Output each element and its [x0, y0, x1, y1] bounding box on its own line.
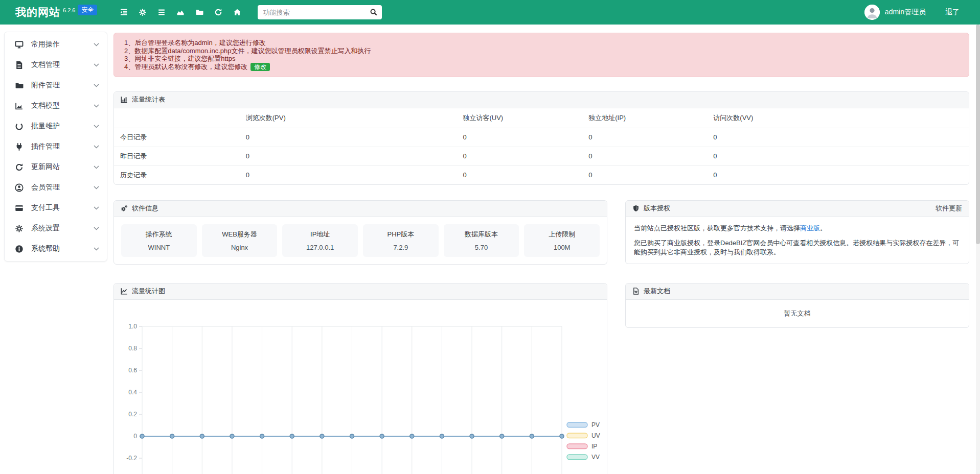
- brand[interactable]: 我的网站 6.2.6 安全: [15, 0, 97, 25]
- sidebar-item-label: 会员管理: [31, 183, 60, 192]
- file-icon: [15, 61, 24, 69]
- software-update-link[interactable]: 软件更新: [936, 204, 962, 213]
- panel-title: 最新文档: [644, 287, 670, 296]
- folder-icon[interactable]: [195, 8, 203, 16]
- svg-text:VV: VV: [591, 454, 600, 461]
- info-card-os: 操作系统 WINNT: [121, 224, 197, 257]
- chart-line-icon: [121, 288, 128, 295]
- sidebar-item-update-site[interactable]: 更新网站: [5, 157, 107, 177]
- chevron-down-icon: [94, 186, 99, 189]
- svg-text:IP: IP: [591, 443, 597, 450]
- chart-area-icon: [15, 102, 24, 110]
- user-menu[interactable]: admin管理员: [885, 8, 926, 17]
- sidebar-item-attachments[interactable]: 附件管理: [5, 75, 107, 96]
- version-label: 6.2.6: [63, 7, 75, 13]
- sidebar-item-system-settings[interactable]: 系统设置: [5, 218, 107, 239]
- sidebar: 常用操作 文档管理 附件管理 文档模型 批量维护 插件管理 更新网站 会员管理: [4, 32, 107, 262]
- svg-text:0: 0: [133, 433, 137, 440]
- sidebar-item-plugins[interactable]: 插件管理: [5, 136, 107, 157]
- sidebar-item-label: 文档模型: [31, 101, 60, 110]
- desktop-icon: [15, 40, 24, 49]
- panel-title: 流量统计表: [132, 95, 165, 104]
- empty-docs-message: 暂无文档: [626, 300, 969, 327]
- circle-notch-icon: [15, 122, 24, 131]
- chart-area-icon[interactable]: [176, 8, 185, 16]
- sidebar-item-members[interactable]: 会员管理: [5, 177, 107, 198]
- chevron-down-icon: [94, 206, 99, 210]
- svg-text:0.2: 0.2: [128, 411, 137, 418]
- sidebar-item-payment-tools[interactable]: 支付工具: [5, 198, 107, 218]
- latest-docs-panel: 最新文档 暂无文档: [625, 283, 969, 328]
- chevron-down-icon: [94, 63, 99, 67]
- sidebar-item-label: 更新网站: [31, 162, 60, 172]
- gear-icon[interactable]: [139, 8, 147, 16]
- table-row: 历史记录 0 0 0 0: [114, 165, 969, 184]
- redo-icon[interactable]: [214, 8, 222, 16]
- alert-line: 1、后台管理登录名称为admin，建议您进行修改: [124, 39, 959, 47]
- sidebar-item-label: 系统帮助: [31, 244, 60, 253]
- chevron-down-icon: [94, 104, 99, 108]
- svg-text:UV: UV: [591, 432, 600, 439]
- license-panel: 版本授权 软件更新 当前站点已授权社区版，获取更多官方技术支持，请选择商业版。 …: [625, 200, 969, 264]
- sidebar-item-label: 支付工具: [31, 203, 60, 212]
- chevron-down-icon: [94, 247, 99, 251]
- traffic-chart: 1.00.80.60.40.20-0.2-0.4PVUVIPVV: [114, 300, 608, 474]
- alert-line: 4、管理员默认名称没有修改，建议您修改修改: [124, 63, 959, 71]
- commercial-edition-link[interactable]: 商业版: [800, 224, 820, 232]
- scrollbar-thumb[interactable]: [976, 25, 980, 244]
- svg-text:0.6: 0.6: [128, 367, 137, 374]
- gear-icon: [15, 224, 24, 233]
- svg-text:0.8: 0.8: [128, 345, 137, 352]
- home-icon[interactable]: [233, 8, 241, 16]
- chevron-down-icon: [94, 227, 99, 230]
- info-circle-icon: [15, 245, 24, 253]
- security-badge[interactable]: 安全: [78, 5, 97, 15]
- sidebar-item-common-ops[interactable]: 常用操作: [5, 34, 107, 55]
- sidebar-item-doc-models[interactable]: 文档模型: [5, 96, 107, 116]
- search-input[interactable]: [258, 5, 382, 19]
- sidebar-item-label: 插件管理: [31, 142, 60, 151]
- table-row: 昨日记录 0 0 0 0: [114, 147, 969, 165]
- col-uv: 独立访客(UV): [457, 108, 582, 128]
- alert-line: 2、数据库配置data/common.inc.php文件，建议您以管理员权限设置…: [124, 47, 959, 55]
- security-alert: 1、后台管理登录名称为admin，建议您进行修改 2、数据库配置data/com…: [113, 33, 969, 77]
- sidebar-item-label: 批量维护: [31, 122, 60, 131]
- sidebar-item-documents[interactable]: 文档管理: [5, 55, 107, 75]
- traffic-stats-panel: 流量统计表 浏览次数(PV) 独立访客(UV) 独立地址(IP) 访问次数(VV…: [113, 91, 969, 185]
- search-icon[interactable]: [370, 8, 378, 16]
- page-scrollbar[interactable]: [976, 25, 980, 474]
- edit-admin-button[interactable]: 修改: [250, 63, 270, 71]
- col-vv: 访问次数(VV): [707, 108, 969, 128]
- sidebar-item-system-help[interactable]: 系统帮助: [5, 239, 107, 259]
- info-card-upload: 上传限制 100M: [524, 224, 600, 257]
- col-pv: 浏览次数(PV): [240, 108, 457, 128]
- sidebar-item-batch-maintenance[interactable]: 批量维护: [5, 116, 107, 136]
- info-card-php: PHP版本 7.2.9: [363, 224, 439, 257]
- shield-icon: [632, 205, 640, 212]
- plug-icon: [15, 143, 24, 151]
- svg-text:0.4: 0.4: [128, 389, 137, 396]
- col-ip: 独立地址(IP): [582, 108, 707, 128]
- chevron-down-icon: [94, 125, 99, 128]
- logout-button[interactable]: 退了: [945, 8, 960, 17]
- sidebar-item-label: 常用操作: [31, 40, 60, 49]
- alert-line: 3、网址非安全链接，建议您配置https: [124, 55, 959, 63]
- redo-icon: [15, 163, 24, 172]
- license-line-2: 您已购买了商业版授权，登录DedeBIZ官网会员中心可查看相关授权信息。若授权结…: [634, 239, 961, 257]
- outdent-icon[interactable]: [120, 8, 128, 16]
- panel-title: 版本授权: [644, 204, 670, 213]
- table-row: 今日记录 0 0 0 0: [114, 128, 969, 147]
- top-navbar: 我的网站 6.2.6 安全: [0, 0, 980, 25]
- sidebar-item-label: 系统设置: [31, 224, 60, 233]
- sidebar-item-label: 附件管理: [31, 81, 60, 90]
- panel-title: 流量统计图: [132, 287, 165, 296]
- folder-icon: [15, 81, 24, 90]
- license-line-1: 当前站点已授权社区版，获取更多官方技术支持，请选择商业版。: [634, 224, 961, 233]
- bars-icon[interactable]: [157, 8, 166, 16]
- avatar[interactable]: [864, 5, 880, 20]
- software-info-panel: 软件信息 操作系统 WINNT WEB服务器 Nginx IP地址 127.0.…: [113, 200, 607, 265]
- chevron-down-icon: [94, 165, 99, 169]
- brand-title: 我的网站: [15, 0, 60, 25]
- navbar-quick-icons: [120, 8, 241, 16]
- file-word-icon: [632, 288, 640, 295]
